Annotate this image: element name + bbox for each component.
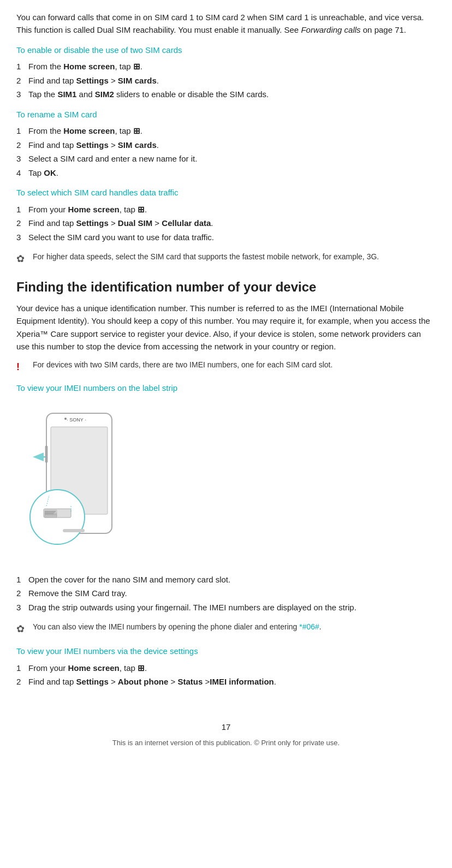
- step-num: 3: [16, 602, 28, 614]
- section4-list: 1 Open the cover for the nano SIM and me…: [16, 574, 436, 614]
- section1-step2: 2 Find and tap Settings > SIM cards.: [16, 75, 436, 87]
- step-text: Tap OK.: [28, 167, 58, 180]
- section2-step2: 2 Find and tap Settings > SIM cards.: [16, 139, 436, 152]
- step-num: 2: [16, 676, 28, 688]
- warning1-text: For devices with two SIM cards, there ar…: [33, 359, 332, 371]
- section5-heading: To view your IMEI numbers via the device…: [16, 645, 436, 658]
- tip2-box: ✿ You can also view the IMEI numbers by …: [16, 621, 436, 637]
- svg-text:· SONY ·: · SONY ·: [67, 417, 86, 423]
- step-num: 4: [16, 167, 28, 180]
- tip1-box: ✿ For higher data speeds, select the SIM…: [16, 251, 436, 266]
- step-text: Tap the SIM1 and SIM2 sliders to enable …: [28, 88, 269, 101]
- section3-step1: 1 From your Home screen, tap ⊞.: [16, 204, 436, 216]
- step-text: From the Home screen, tap ⊞.: [28, 61, 142, 73]
- section3-heading: To select which SIM card handles data tr…: [16, 187, 436, 199]
- device-image-container: · SONY ·: [16, 402, 436, 566]
- section2-step3: 3 Select a SIM card and enter a new name…: [16, 153, 436, 165]
- section2-heading: To rename a SIM card: [16, 109, 436, 121]
- step-num: 3: [16, 153, 28, 165]
- section5-step1: 1 From your Home screen, tap ⊞.: [16, 662, 436, 675]
- tip2-icon: ✿: [16, 622, 28, 637]
- section2-list: 1 From the Home screen, tap ⊞. 2 Find an…: [16, 125, 436, 179]
- step-text: Open the cover for the nano SIM and memo…: [28, 574, 230, 586]
- section1-step3: 3 Tap the SIM1 and SIM2 sliders to enabl…: [16, 88, 436, 101]
- section4-step1: 1 Open the cover for the nano SIM and me…: [16, 574, 436, 586]
- page-number: 17: [16, 721, 436, 734]
- section5-step2: 2 Find and tap Settings > About phone > …: [16, 676, 436, 688]
- warning1-box: ! For devices with two SIM cards, there …: [16, 359, 436, 374]
- section3-step2: 2 Find and tap Settings > Dual SIM > Cel…: [16, 217, 436, 230]
- tip1-icon: ✿: [16, 252, 28, 266]
- step-num: 1: [16, 662, 28, 675]
- step-num: 3: [16, 231, 28, 244]
- main-body-text: Your device has a unique identification …: [16, 302, 436, 353]
- step-text: Find and tap Settings > Dual SIM > Cellu…: [28, 217, 213, 230]
- section4-step3: 3 Drag the strip outwards using your fin…: [16, 602, 436, 614]
- device-illustration: · SONY ·: [16, 402, 131, 566]
- step-text: From your Home screen, tap ⊞.: [28, 204, 147, 216]
- section1-list: 1 From the Home screen, tap ⊞. 2 Find an…: [16, 61, 436, 101]
- forwarding-page: on page 71.: [361, 25, 406, 34]
- step-num: 3: [16, 88, 28, 101]
- svg-rect-4: [45, 446, 47, 462]
- section4-step2: 2 Remove the SIM Card tray.: [16, 587, 436, 600]
- svg-point-3: [64, 418, 67, 420]
- section2-step4: 4 Tap OK.: [16, 167, 436, 180]
- main-heading: Finding the identification number of you…: [16, 278, 436, 295]
- step-text: Select a SIM card and enter a new name f…: [28, 153, 197, 165]
- step-num: 1: [16, 204, 28, 216]
- section3-step3: 3 Select the SIM card you want to use fo…: [16, 231, 436, 244]
- section3-list: 1 From your Home screen, tap ⊞. 2 Find a…: [16, 204, 436, 244]
- step-text: From the Home screen, tap ⊞.: [28, 125, 142, 138]
- step-num: 2: [16, 139, 28, 152]
- section4-heading: To view your IMEI numbers on the label s…: [16, 382, 436, 395]
- step-num: 2: [16, 217, 28, 230]
- step-num: 2: [16, 587, 28, 600]
- section5-list: 1 From your Home screen, tap ⊞. 2 Find a…: [16, 662, 436, 688]
- forwarding-link: Forwarding calls: [301, 25, 360, 34]
- step-text: Remove the SIM Card tray.: [28, 587, 127, 600]
- step-num: 1: [16, 61, 28, 73]
- svg-rect-17: [63, 529, 85, 532]
- imei-dialer-link: *#06#: [299, 622, 319, 631]
- step-text: From your Home screen, tap ⊞.: [28, 662, 147, 675]
- step-text: Select the SIM card you want to use for …: [28, 231, 214, 244]
- tip2-text: You can also view the IMEI numbers by op…: [33, 621, 322, 633]
- step-num: 1: [16, 125, 28, 138]
- section2-step1: 1 From the Home screen, tap ⊞.: [16, 125, 436, 138]
- step-num: 2: [16, 75, 28, 87]
- footer-text: This is an internet version of this publ…: [16, 738, 436, 748]
- step-num: 1: [16, 574, 28, 586]
- section1-step1: 1 From the Home screen, tap ⊞.: [16, 61, 436, 73]
- intro-paragraph: You can forward calls that come in on SI…: [16, 11, 436, 37]
- svg-marker-5: [33, 453, 44, 461]
- step-text: Drag the strip outwards using your finge…: [28, 602, 356, 614]
- warning1-icon: !: [16, 360, 28, 374]
- tip1-text: For higher data speeds, select the SIM c…: [33, 251, 379, 263]
- step-text: Find and tap Settings > SIM cards.: [28, 75, 159, 87]
- step-text: Find and tap Settings > About phone > St…: [28, 676, 276, 688]
- svg-rect-14: [45, 515, 57, 518]
- step-text: Find and tap Settings > SIM cards.: [28, 139, 159, 152]
- section1-heading: To enable or disable the use of two SIM …: [16, 44, 436, 57]
